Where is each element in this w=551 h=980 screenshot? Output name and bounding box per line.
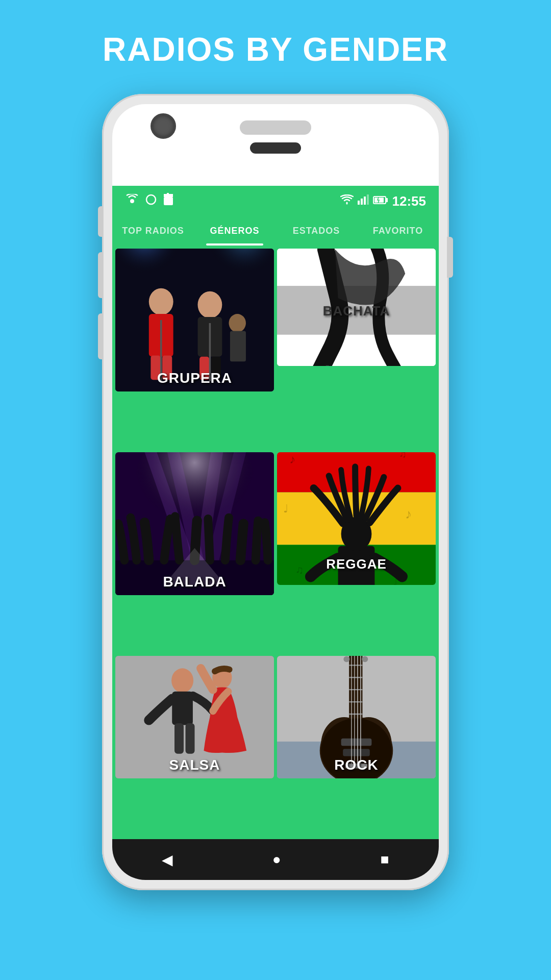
svg-rect-29 bbox=[277, 335, 436, 366]
genre-card-rock[interactable]: ROCK bbox=[277, 656, 436, 778]
svg-rect-31 bbox=[326, 365, 329, 366]
phone-earpiece bbox=[250, 142, 301, 154]
genre-label-balada: BALADA bbox=[115, 569, 274, 595]
phone-power-button bbox=[447, 237, 453, 278]
radio-icon bbox=[125, 194, 139, 208]
svg-text:♩: ♩ bbox=[283, 503, 288, 515]
svg-rect-57 bbox=[174, 723, 184, 754]
svg-text:♪: ♪ bbox=[289, 452, 295, 466]
phone-camera bbox=[151, 113, 176, 139]
svg-rect-7 bbox=[367, 194, 369, 205]
svg-point-18 bbox=[197, 291, 222, 318]
nav-bar: ◀ ● ■ bbox=[112, 839, 439, 880]
genre-card-salsa[interactable]: SALSA bbox=[115, 656, 274, 778]
tab-top-radios[interactable]: TOP RADIOS bbox=[112, 216, 194, 246]
svg-point-14 bbox=[149, 288, 173, 315]
status-bar: 12:55 bbox=[112, 186, 439, 216]
genre-grid: GRUPERA bbox=[112, 246, 439, 839]
navigation-tabs: TOP RADIOS GÉNEROS ESTADOS FAVORITO bbox=[112, 216, 439, 246]
svg-point-55 bbox=[171, 668, 193, 693]
phone-vol-down-button bbox=[98, 313, 103, 359]
back-button[interactable]: ◀ bbox=[162, 851, 173, 868]
battery-icon bbox=[373, 194, 388, 208]
page-title: RADIOS BY GENDER bbox=[103, 31, 448, 68]
phone-frame: 12:55 TOP RADIOS GÉNEROS ESTADOS FAVORIT… bbox=[102, 94, 449, 890]
status-right: 12:55 bbox=[340, 193, 427, 209]
tab-favorito[interactable]: FAVORITO bbox=[357, 216, 439, 246]
svg-text:♫: ♫ bbox=[399, 452, 406, 459]
status-time: 12:55 bbox=[392, 193, 427, 209]
signal-icon bbox=[358, 194, 369, 208]
svg-text:♪: ♪ bbox=[405, 506, 412, 522]
svg-point-79 bbox=[362, 656, 368, 662]
svg-point-24 bbox=[229, 314, 245, 332]
svg-rect-2 bbox=[164, 197, 173, 205]
tab-estados[interactable]: ESTADOS bbox=[276, 216, 357, 246]
svg-point-1 bbox=[146, 195, 156, 204]
recent-button[interactable]: ■ bbox=[381, 851, 389, 868]
svg-rect-4 bbox=[358, 201, 360, 205]
svg-rect-73 bbox=[341, 739, 372, 746]
genre-label-reggae: REGGAE bbox=[277, 551, 436, 577]
svg-rect-6 bbox=[364, 197, 366, 205]
home-button[interactable]: ● bbox=[272, 851, 281, 868]
svg-point-0 bbox=[130, 199, 134, 203]
svg-rect-9 bbox=[386, 198, 388, 202]
phone-mute-button bbox=[98, 206, 103, 237]
genre-card-balada[interactable]: BALADA bbox=[115, 452, 274, 595]
svg-rect-5 bbox=[361, 199, 363, 205]
sd-card-icon bbox=[163, 193, 174, 209]
tab-generos[interactable]: GÉNEROS bbox=[194, 216, 276, 246]
genre-card-bachata[interactable]: BACHATA bbox=[277, 249, 436, 366]
svg-rect-58 bbox=[186, 723, 195, 754]
genre-label-rock: ROCK bbox=[277, 752, 436, 778]
wifi-icon bbox=[340, 194, 354, 208]
phone-screen: 12:55 TOP RADIOS GÉNEROS ESTADOS FAVORIT… bbox=[112, 104, 439, 880]
svg-rect-25 bbox=[230, 331, 246, 362]
status-left bbox=[125, 193, 174, 209]
svg-point-77 bbox=[343, 656, 349, 662]
circle-icon bbox=[145, 194, 157, 208]
genre-card-grupera[interactable]: GRUPERA bbox=[115, 249, 274, 391]
svg-marker-3 bbox=[164, 193, 173, 197]
genre-label-salsa: SALSA bbox=[115, 752, 274, 778]
phone-speaker bbox=[240, 120, 311, 135]
genre-label-bachata: BACHATA bbox=[277, 298, 436, 324]
genre-card-reggae[interactable]: ♪ ♫ ♩ ♪ ♫ ♩ bbox=[277, 452, 436, 585]
genre-label-grupera: GRUPERA bbox=[115, 365, 274, 391]
phone-vol-up-button bbox=[98, 252, 103, 298]
